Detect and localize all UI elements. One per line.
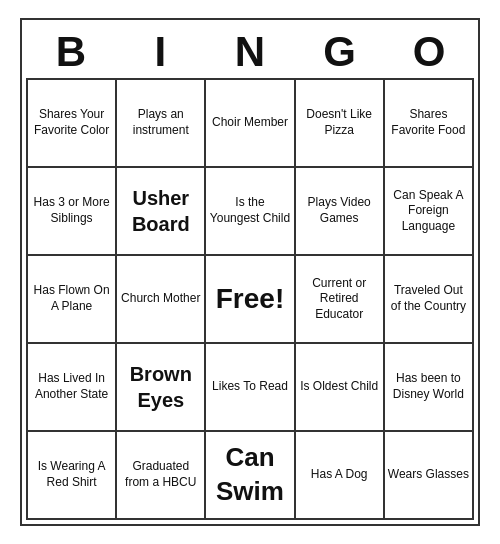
cell-text-6: Usher Board bbox=[120, 185, 201, 237]
cell-text-23: Has A Dog bbox=[311, 467, 368, 483]
bingo-cell[interactable]: Wears Glasses bbox=[385, 432, 474, 520]
cell-text-19: Has been to Disney World bbox=[388, 371, 469, 402]
bingo-cell[interactable]: Usher Board bbox=[117, 168, 206, 256]
bingo-cell[interactable]: Graduated from a HBCU bbox=[117, 432, 206, 520]
cell-text-13: Current or Retired Educator bbox=[299, 276, 380, 323]
cell-text-16: Brown Eyes bbox=[120, 361, 201, 413]
bingo-cell[interactable]: Shares Favorite Food bbox=[385, 80, 474, 168]
cell-text-17: Likes To Read bbox=[212, 379, 288, 395]
cell-text-18: Is Oldest Child bbox=[300, 379, 378, 395]
bingo-cell[interactable]: Has A Dog bbox=[296, 432, 385, 520]
bingo-cell[interactable]: Church Mother bbox=[117, 256, 206, 344]
cell-text-21: Graduated from a HBCU bbox=[120, 459, 201, 490]
bingo-cell[interactable]: Has Lived In Another State bbox=[28, 344, 117, 432]
bingo-cell[interactable]: Is the Youngest Child bbox=[206, 168, 295, 256]
bingo-cell[interactable]: Plays an instrument bbox=[117, 80, 206, 168]
bingo-cell[interactable]: Choir Member bbox=[206, 80, 295, 168]
bingo-cell[interactable]: Doesn't Like Pizza bbox=[296, 80, 385, 168]
cell-text-22: Can Swim bbox=[209, 441, 290, 509]
cell-text-20: Is Wearing A Red Shirt bbox=[31, 459, 112, 490]
bingo-cell[interactable]: Has 3 or More Siblings bbox=[28, 168, 117, 256]
bingo-cell[interactable]: Shares Your Favorite Color bbox=[28, 80, 117, 168]
cell-text-0: Shares Your Favorite Color bbox=[31, 107, 112, 138]
bingo-header: B I N G O bbox=[26, 24, 474, 78]
bingo-cell[interactable]: Plays Video Games bbox=[296, 168, 385, 256]
bingo-cell[interactable]: Current or Retired Educator bbox=[296, 256, 385, 344]
letter-i: I bbox=[116, 28, 204, 76]
cell-text-5: Has 3 or More Siblings bbox=[31, 195, 112, 226]
bingo-cell[interactable]: Traveled Out of the Country bbox=[385, 256, 474, 344]
cell-text-12: Free! bbox=[216, 281, 284, 317]
letter-n: N bbox=[206, 28, 294, 76]
bingo-cell[interactable]: Can Swim bbox=[206, 432, 295, 520]
cell-text-4: Shares Favorite Food bbox=[388, 107, 469, 138]
bingo-cell[interactable]: Brown Eyes bbox=[117, 344, 206, 432]
letter-o: O bbox=[385, 28, 473, 76]
cell-text-14: Traveled Out of the Country bbox=[388, 283, 469, 314]
letter-g: G bbox=[296, 28, 384, 76]
bingo-cell[interactable]: Is Wearing A Red Shirt bbox=[28, 432, 117, 520]
cell-text-3: Doesn't Like Pizza bbox=[299, 107, 380, 138]
cell-text-8: Plays Video Games bbox=[299, 195, 380, 226]
cell-text-1: Plays an instrument bbox=[120, 107, 201, 138]
letter-b: B bbox=[27, 28, 115, 76]
bingo-card: B I N G O Shares Your Favorite ColorPlay… bbox=[20, 18, 480, 526]
cell-text-15: Has Lived In Another State bbox=[31, 371, 112, 402]
bingo-cell[interactable]: Free! bbox=[206, 256, 295, 344]
cell-text-24: Wears Glasses bbox=[388, 467, 469, 483]
bingo-cell[interactable]: Can Speak A Foreign Language bbox=[385, 168, 474, 256]
bingo-cell[interactable]: Is Oldest Child bbox=[296, 344, 385, 432]
cell-text-7: Is the Youngest Child bbox=[209, 195, 290, 226]
cell-text-2: Choir Member bbox=[212, 115, 288, 131]
bingo-cell[interactable]: Likes To Read bbox=[206, 344, 295, 432]
cell-text-9: Can Speak A Foreign Language bbox=[388, 188, 469, 235]
bingo-grid: Shares Your Favorite ColorPlays an instr… bbox=[26, 78, 474, 520]
cell-text-11: Church Mother bbox=[121, 291, 200, 307]
bingo-cell[interactable]: Has been to Disney World bbox=[385, 344, 474, 432]
cell-text-10: Has Flown On A Plane bbox=[31, 283, 112, 314]
bingo-cell[interactable]: Has Flown On A Plane bbox=[28, 256, 117, 344]
